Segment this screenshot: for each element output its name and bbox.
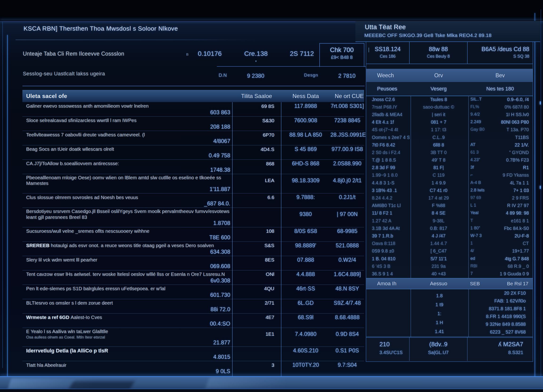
table-row[interactable]: Sloce selrealcavad sfiniizarcless wwrtll… [23,117,364,131]
panel-cell-1: 2lladb & MEA4 [366,112,410,117]
panel-row[interactable]: 4 Elt 4.± 1f081 + 72.24980Nl 063 P80 [366,118,533,126]
panel-row[interactable]: 4.4.8 3 1-S1 4 9.9A-4 B4L 7a 1 1 [366,179,533,187]
panel-row[interactable]: 3.1B 3d 4A At0.B: 8171 80”Fbc 84.k-S0 [366,224,533,232]
panel-row[interactable]: 4S ot-j7~4 4t1 17: t3Gay B0T 13a. P70 [366,126,533,134]
panel-cell-3: 3fR1 [468,165,533,170]
row-value-small: LEA [232,178,281,183]
row-value-tilita: 07.888 [281,257,330,263]
band-col-bev[interactable]: Bev [468,72,533,79]
table-row[interactable]: Bersdotiyeu srsrvem Casedgo.jll Bsseil o… [23,208,364,227]
row-value-small: S&30 [232,118,281,123]
panel-row[interactable]: 6 '4S 3 B231 9aRBl68 R.9 _ 0 [366,263,533,270]
panel-cell-1: 3.1B 3d 4A At [366,226,410,231]
row-value-neort: 208 188 [23,124,232,130]
row-value-tilita: 98.18.3309 [281,177,330,184]
summary-cell-1: ⎸ SS18.124 Ces 186 [366,42,410,64]
panel-row[interactable]: 36.S 9 1 440 +4371 9 Guuda 0 9 [366,270,533,278]
section-col-aessuo[interactable]: Aessuo [410,280,468,287]
side-panel: ⎸ SS18.124 Ces 186 88w 88 Ces Beuly 8 B6… [366,42,533,362]
light-streak [205,377,309,389]
panel-row[interactable]: Jnoss C2.6Tsules 8SIL..T0.9–6.0, /4 [366,96,533,103]
panel-row[interactable]: 2lladb & MEA4| seri it9.4/21I H SS.lv0 [366,111,533,118]
table-row[interactable]: Sucsuroess/wull velne _sremes oflts nesc… [23,227,364,242]
panel-row[interactable]: 1.27 42 A9-38LTe161 8 1 [366,217,533,224]
panel-cell-3: W-7 32U-F-8 [468,233,533,239]
row-value-ness: 68-9985 [330,228,364,234]
table-row[interactable]: Teellvlteawesss 7 oabovlli dreute vadhes… [23,131,364,145]
table-row[interactable]: Galiner ewevo sssowesss anth amomilieom … [23,102,364,117]
panel-cell-1: 2 S0 ds i F2.4 [366,150,410,155]
panel-row[interactable]: 2 S0 ds i F2.43B TT 061 3” GYOND [366,149,533,156]
subcol-veserg[interactable]: Veserg [410,86,468,92]
column-header-ne-ort[interactable]: Ne ort CUE [330,93,364,99]
row-value-small: 69 8S [232,103,281,109]
panel-row[interactable]: 39 7 1.R.b4 J /47W-7 32U-F-8 [366,232,533,240]
session-row-label: Unteaje Taba Cli Rem Ilceevve Cossslon [23,51,124,57]
panel-cell-3: L 1R IV 27 97 [468,203,533,208]
row-value-tilita: 68.S9l [281,314,330,321]
row-value-ness: S9Z.4/7.48 [330,300,364,306]
section-col-amoa[interactable]: Amoa Ih [366,280,410,287]
row-value-neort: T8E 600 [23,234,232,241]
panel-row[interactable]: AM6B0 T1c LlF %88L 1R IV 27 97 [366,202,533,209]
panel-row[interactable]: Oava 8:1181.44 4.71CT [366,240,533,247]
panel-row[interactable]: 11/ 8 F2 18 4 SEYeal4 89 98: 98 [366,209,533,217]
chevron-down-icon[interactable]: ▾ [247,59,265,63]
panel-cell-3: AT22 1/V. [468,142,533,148]
table-row[interactable]: Iderrvetlulg Detla (la AlliCo p tlsR4.60… [23,347,364,361]
summary-value: B6A5 /deus Cd 88 [468,46,529,53]
section-value: 1 t9 [411,300,468,309]
panel-cell-2: C7 41 r0 [410,188,468,193]
column-header-description[interactable]: Uleta sacel ofe [23,93,232,99]
section-value: 1.8 [411,291,468,300]
band-col-orv[interactable]: Orv [410,72,468,79]
table-row[interactable]: SREREEB hotaulgi ads esvr onot. a reuce … [23,242,364,256]
table-row[interactable]: Beag Socs an tUeir doatk wllescars olrel… [23,145,364,160]
section-value: 8.FR 1 4418 990(S [468,313,526,320]
panel-row[interactable]: 0S9 9.8 ±0[ 6_C474/19+1.77 [366,247,533,255]
summary-sublabel: S SQ 38 [468,54,529,59]
row-value-small: 8ES [232,257,281,263]
subheader-value-2: 9 2380 [236,73,276,79]
row-value-tilita: 7600.908 [281,117,330,124]
panel-row[interactable]: 8.24 4.4.217 4 at 2997 692 9 FRS [366,194,533,202]
page-title: KSCA RBN] Thersthen Thoa Mwsdosl s Soloo… [23,25,178,32]
right-header-title: Utta Tëat Ree [365,23,406,31]
panel-cell-3: 97 692 9 FRS [468,195,533,201]
panel-row[interactable]: 1.99~9 1 8.0C 119⌐9 FD Ykanss [366,172,533,179]
panel-row[interactable]: 2.8 3d F 9981 F|3fR1 [366,164,533,172]
band-col-weech[interactable]: Weech [366,72,410,79]
panel-row[interactable]: 1 B. 04 810S/7 11'1ed4tg G.7 848 [366,255,533,263]
table-row[interactable]: Slery lil vck wdm wemt lll pearher8ES07.… [23,256,364,270]
panel-cell-3: A-4 B4L 7a 1 1 [468,180,533,186]
row-description: Teellvlteawesss 7 oabovlli dreute vadhes… [23,132,232,138]
table-row[interactable]: Tlatt hla Abeelrauir310T0TY.209.7:S049 0… [23,361,364,375]
header-value-2: Cre.138 [236,50,276,57]
panel-row[interactable]: 7rsat P68.IYsaoo-duttuac ©FL%0% 687/l 80 [366,103,533,111]
panel-cell-3: ⌐9 FD Ykanss [468,173,533,178]
table-row[interactable]: Wrmeste a ref 6GD Aalest-Io Cves4E768.S9… [23,314,364,328]
section-values-middle: 1.81 t91:1 H1.41 [411,291,468,336]
row-description: BLTIesrvo os omsler s l dem zorue deert [23,300,232,306]
row-value-neort: 9 0LS [23,368,232,375]
chk-value: Chk 700 [320,46,364,54]
section-value: 1.41 [411,327,468,336]
panel-row[interactable]: 3 1B% 43 .1C7 41 r02.8 lwls7+ 1 03 [366,187,533,194]
panel-row[interactable]: T.@ 1 8 8.S49' T 84.23”0.7B% F23 [366,157,533,164]
table-row[interactable]: Tent cavzow eswr lHs aelwsel. terv woske… [23,270,364,285]
header-value-1: 0.10176 [190,50,230,57]
column-header-ness-data[interactable]: Ness Data [281,93,330,99]
subcol-nes-tes[interactable]: Nes tes 180 [468,86,533,92]
right-header-subtitle: MEEEBC OFF SIKGO.39 Ge8 Tske Mlka REO4.2… [364,33,492,38]
panel-row[interactable]: Oomes s 2ee7 4 Smlk 6C.L..9T11BS [366,134,533,141]
table-row[interactable]: E Yealo l ss Aalliva wln taLwer Glalltll… [23,328,364,347]
row-value-small: 868 [232,161,281,167]
table-row[interactable]: Clus slossue olmrem sovrosles ad Noesh b… [23,193,364,208]
panel-row[interactable]: 7t0 F6 8.426ll8 8AT22 1/V. [366,141,533,149]
table-row[interactable]: CA.J7]/ToAllow b.soealliovvem antirecsss… [23,160,364,174]
table-row[interactable]: Pen lt ede-slemes ps S1D balrglules eres… [23,285,364,299]
table-row[interactable]: Pbeoealllenoam rnloige Oese) oomv wlien … [23,174,364,193]
column-header-tilita[interactable]: Tilita Saaloe [232,93,281,99]
subcol-peusoes[interactable]: Peusoes [366,86,410,92]
table-row[interactable]: BLTIesrvo os omsler s l dem zorue deert2… [23,299,364,314]
